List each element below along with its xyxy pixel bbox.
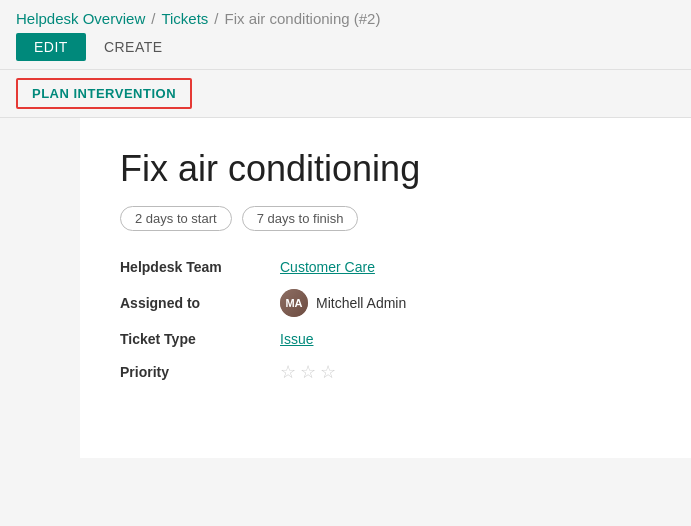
star-1[interactable]: ☆ — [280, 361, 296, 383]
action-bar: PLAN INTERVENTION — [0, 70, 691, 117]
assigned-label: Assigned to — [120, 295, 280, 311]
priority-stars[interactable]: ☆ ☆ ☆ — [280, 361, 651, 383]
assigned-value-row: MA Mitchell Admin — [280, 289, 651, 317]
breadcrumb-sep2: / — [214, 10, 218, 27]
edit-button[interactable]: EDIT — [16, 33, 86, 61]
badges: 2 days to start 7 days to finish — [120, 206, 651, 231]
star-3[interactable]: ☆ — [320, 361, 336, 383]
create-button[interactable]: CREATE — [86, 33, 181, 61]
plan-intervention-button[interactable]: PLAN INTERVENTION — [16, 78, 192, 109]
breadcrumb-current: Fix air conditioning (#2) — [225, 10, 381, 27]
priority-label: Priority — [120, 364, 280, 380]
star-2[interactable]: ☆ — [300, 361, 316, 383]
avatar: MA — [280, 289, 308, 317]
ticket-type-label: Ticket Type — [120, 331, 280, 347]
ticket-type-value[interactable]: Issue — [280, 331, 651, 347]
breadcrumb-sep1: / — [151, 10, 155, 27]
breadcrumb-helpdesk[interactable]: Helpdesk Overview — [16, 10, 145, 27]
badge-start: 2 days to start — [120, 206, 232, 231]
helpdesk-team-label: Helpdesk Team — [120, 259, 280, 275]
breadcrumb: Helpdesk Overview / Tickets / Fix air co… — [0, 0, 691, 33]
helpdesk-team-value[interactable]: Customer Care — [280, 259, 651, 275]
assigned-name: Mitchell Admin — [316, 295, 406, 311]
badge-finish: 7 days to finish — [242, 206, 359, 231]
breadcrumb-tickets[interactable]: Tickets — [161, 10, 208, 27]
main-content: Fix air conditioning 2 days to start 7 d… — [80, 118, 691, 458]
fields-grid: Helpdesk Team Customer Care Assigned to … — [120, 259, 651, 383]
toolbar: EDIT CREATE — [0, 33, 691, 69]
avatar-image: MA — [280, 289, 308, 317]
ticket-title: Fix air conditioning — [120, 148, 651, 190]
